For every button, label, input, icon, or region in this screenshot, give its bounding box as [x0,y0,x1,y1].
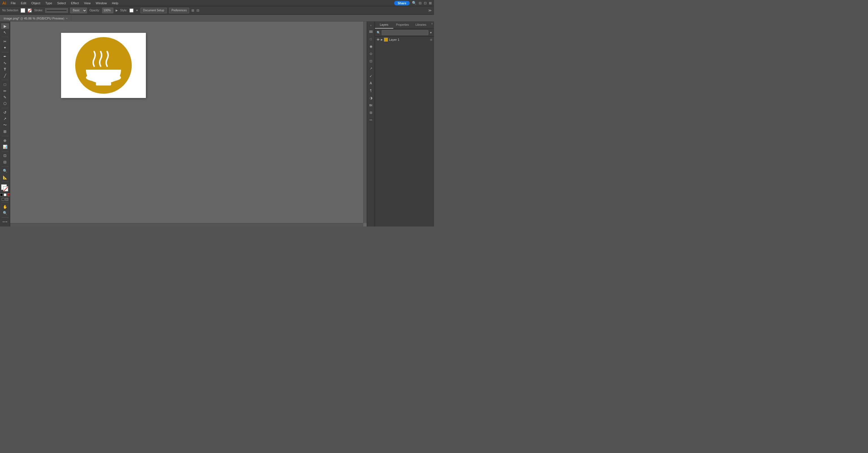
tool-separator-1 [2,37,8,37]
measure-tool[interactable]: 📐 [1,174,9,180]
selection-label: No Selection [2,9,19,12]
swatches-strip-icon[interactable]: ⊞ [368,110,374,116]
fill-swatch[interactable] [21,8,25,13]
document-tab[interactable]: image.png* @ 45.86 % (RGB/CPU Preview) × [0,15,71,21]
arrange-icon[interactable]: ⊞ [191,8,194,12]
tab-layers[interactable]: Layers [375,22,393,29]
tab-properties[interactable]: Properties [393,22,412,29]
artboard-tool[interactable]: ⊡ [1,153,9,159]
gradient-swatch[interactable] [7,193,10,196]
graphic-styles-strip-icon[interactable]: fH [368,102,374,108]
direct-select-tool[interactable]: ↖ [1,29,9,35]
menu-window[interactable]: Window [94,1,109,5]
select-tool[interactable]: ▶ [1,23,9,29]
vertical-scrollbar[interactable] [363,22,367,223]
align-icon[interactable]: ⊟ [196,8,199,12]
rectangle-tool[interactable]: □ [1,82,9,87]
right-panel-collapse[interactable]: ≡ [430,22,434,29]
panel-collapse-icon[interactable]: « [369,23,373,27]
search-icon[interactable]: 🔍 [412,1,416,5]
layer-visibility-icon[interactable]: 👁 [377,38,380,41]
menu-help[interactable]: Help [110,1,121,5]
menu-effect[interactable]: Effect [69,1,81,5]
asset-export-strip-icon[interactable]: ↙ [368,73,374,79]
menu-type[interactable]: Type [43,1,55,5]
menu-right: Share 🔍 ⊟ ⊡ ⊠ [394,1,432,5]
menu-file[interactable]: File [8,1,18,5]
paintbrush-tool[interactable]: ✏ [1,88,9,94]
magic-wand-tool[interactable]: ✦ [1,45,9,50]
shaper-tool[interactable]: ⬡ [1,101,9,107]
tab-libraries[interactable]: Libraries [412,22,430,29]
export-strip-icon[interactable]: ↗ [368,65,374,72]
appearance-strip-icon[interactable]: ◑ [368,95,374,101]
svg-rect-2 [369,32,373,33]
layer-target-icon[interactable]: ◎ [430,38,432,41]
svg-rect-0 [369,31,373,31]
zoom-tool[interactable]: 🔍 [1,210,9,216]
document-setup-button[interactable]: Document Setup [141,8,167,13]
normal-mode[interactable] [2,198,4,201]
text-strip-icon[interactable]: A [368,80,374,86]
tool-separator-9 [2,202,8,202]
stroke-label: Stroke: [34,9,43,12]
mask-mode[interactable] [5,198,8,201]
pen-tool[interactable]: ✒ [1,54,9,59]
layer-name[interactable]: Layer 1 [389,38,429,41]
column-graph-tool[interactable]: 📊 [1,144,9,149]
window-minimize-icon[interactable]: ⊟ [419,1,422,5]
cc-libraries-strip-icon[interactable]: ⊡ [368,58,374,64]
layer-expand-icon[interactable]: ▶ [381,38,383,41]
filter-icon[interactable]: ▼ [430,31,432,34]
style-dropdown-icon[interactable]: ▼ [136,9,138,12]
opacity-input[interactable] [102,8,113,13]
share-button[interactable]: Share [394,1,410,5]
paragraph-strip-icon[interactable]: ¶ [368,87,374,94]
menu-select[interactable]: Select [55,1,68,5]
type-tool[interactable]: T [1,66,9,72]
tool-separator-5 [2,136,8,136]
scale-tool[interactable]: ↗ [1,116,9,122]
menu-view[interactable]: View [82,1,93,5]
slice-tool[interactable]: ⊟ [1,159,9,165]
style-swatch[interactable] [129,8,133,12]
layers-strip-icon[interactable] [368,29,374,35]
rotate-tool[interactable]: ↺ [1,110,9,115]
lasso-tool[interactable]: ✂ [1,38,9,44]
bowl-stand [96,82,111,85]
pencil-tool[interactable]: ✎ [1,94,9,100]
panel-tabs: Layers Properties Libraries ≡ [375,22,434,29]
more-tools[interactable]: • • • [1,219,9,225]
eyedropper-tool[interactable]: 🔍 [1,168,9,174]
menu-object[interactable]: Object [29,1,43,5]
horizontal-scrollbar[interactable] [10,223,363,227]
properties-strip-icon[interactable]: ◉ [368,43,374,50]
stroke-weight-input[interactable] [45,8,68,13]
color-swatch-area[interactable] [1,184,9,191]
libraries-strip-icon[interactable]: ⊙ [368,51,374,57]
right-icon-strip: « □ ◉ ⊙ ⊡ ↗ ↙ A ¶ ◑ fH ⊞ ••• [367,22,375,227]
opacity-expand-icon[interactable]: ▶ [116,9,118,12]
menu-edit[interactable]: Edit [19,1,29,5]
warp-tool[interactable]: 〜 [1,122,9,128]
stroke-color[interactable] [3,186,8,191]
tab-close-icon[interactable]: × [66,17,68,20]
free-transform-tool[interactable]: ⊞ [1,129,9,134]
window-resize-icon[interactable]: ⊡ [424,1,427,5]
curvature-tool[interactable]: ∿ [1,60,9,66]
white-swatch[interactable] [4,193,6,196]
stroke-swatch[interactable] [27,8,32,13]
more-strip-icon[interactable]: ••• [368,117,374,123]
line-tool[interactable]: ╱ [1,73,9,79]
symbol-sprayer-tool[interactable]: ⊕ [1,138,9,143]
search-icon: 🔍 [377,31,380,34]
black-swatch[interactable] [0,193,3,196]
preferences-button[interactable]: Preferences [169,8,189,13]
window-close-icon[interactable]: ⊠ [429,1,432,5]
more-options-icon[interactable]: ≫ [428,8,432,12]
layers-search-input[interactable] [382,30,428,35]
stroke-style-select[interactable]: Basic [70,8,87,13]
layer-1-item[interactable]: 👁 ▶ Layer 1 ◎ [375,36,434,43]
artboards-strip-icon[interactable]: □ [368,36,374,42]
hand-tool[interactable]: ✋ [1,204,9,209]
